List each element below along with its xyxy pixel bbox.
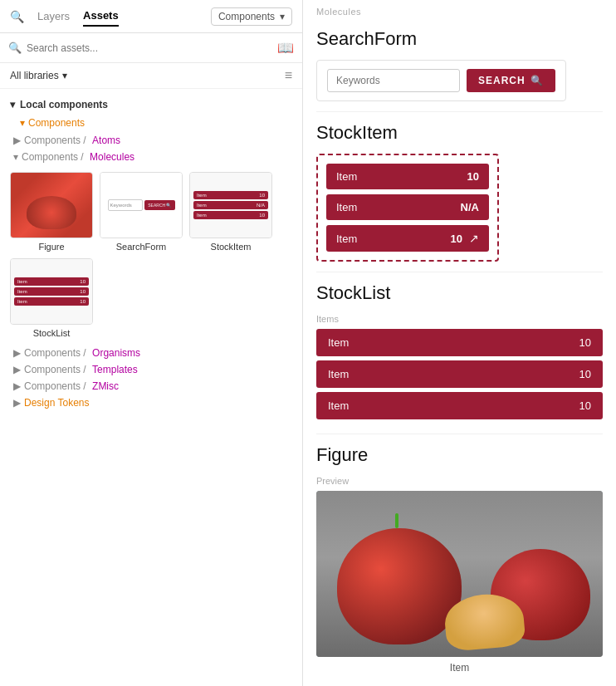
- sidebar-item-molecules[interactable]: ▾ Components / Molecules: [0, 149, 302, 165]
- sidebar-item-zmisc[interactable]: ▶ Components / ZMisc: [0, 378, 302, 394]
- sidebar-item-atoms[interactable]: ▶ Components / Atoms: [0, 132, 302, 149]
- stockitem-row1-label: Item: [336, 170, 357, 183]
- external-link-icon[interactable]: ↗: [469, 232, 479, 245]
- left-panel: 🔍 Layers Assets Components ▾ 🔍 📖 All lib…: [0, 0, 303, 686]
- collapse-icon: ▾: [10, 99, 15, 110]
- thumb-label-stockitem: StockItem: [211, 242, 252, 252]
- stockitem-row-3: Item 10 ↗: [326, 225, 489, 252]
- thumb-label-figure: Figure: [38, 242, 64, 252]
- library-row: All libraries ▾ ≡: [0, 63, 302, 89]
- chevron-down-icon: ▾: [280, 11, 285, 22]
- molecules-breadcrumb: Molecules: [303, 0, 616, 18]
- collapse-icon: ▾: [13, 151, 18, 163]
- searchform-section: SearchForm SEARCH 🔍: [303, 18, 616, 111]
- expand-icon: ▶: [13, 347, 21, 359]
- figure-image: [316, 491, 603, 657]
- searchform-input[interactable]: [327, 69, 460, 92]
- searchform-preview: SEARCH 🔍: [316, 60, 566, 101]
- thumb-sf-btn: SEARCH 🔍: [144, 200, 174, 210]
- stockitem-section: StockItem Item 10 Item N/A Item 10 ↗: [303, 112, 616, 272]
- sl-row3-label: Item: [328, 399, 349, 412]
- stocklist-row-2: Item 10: [316, 360, 603, 388]
- searchform-title: SearchForm: [316, 28, 603, 50]
- search-bar: 🔍 📖: [0, 33, 302, 63]
- sl-row1-label: Item: [328, 336, 349, 349]
- top-bar: 🔍 Layers Assets Components ▾: [0, 0, 302, 33]
- stockitem-row1-value: 10: [467, 170, 479, 183]
- stockitem-row2-value: N/A: [461, 201, 479, 213]
- search-icon-small: 🔍: [8, 42, 22, 54]
- figure-caption: Item: [316, 662, 603, 674]
- stockitem-preview: Item 10 Item N/A Item 10 ↗: [316, 154, 499, 262]
- sl-row2-label: Item: [328, 368, 349, 380]
- expand-icon: ▶: [13, 397, 21, 409]
- stockitem-row2-label: Item: [336, 201, 357, 213]
- stocklist-section: StockList Items Item 10 Item 10 Item 10: [303, 272, 616, 434]
- collapse-icon: ▾: [20, 117, 25, 129]
- sl-row1-value: 10: [579, 336, 591, 349]
- stocklist-title: StockList: [316, 282, 603, 304]
- tab-assets[interactable]: Assets: [83, 6, 119, 27]
- figure-section: Figure Preview Item: [303, 434, 616, 684]
- search-input[interactable]: [27, 42, 272, 54]
- thumbnail-grid: Figure Keywords SEARCH 🔍 SearchForm: [0, 165, 302, 345]
- book-icon[interactable]: 📖: [277, 40, 294, 56]
- thumbnail-stocklist[interactable]: Item10 Item10 Item10 StockList: [10, 258, 93, 338]
- local-components-section[interactable]: ▾ Local components: [0, 92, 302, 114]
- preview-label: Preview: [316, 476, 603, 486]
- items-label: Items: [316, 314, 603, 324]
- stockitem-row-1: Item 10: [326, 164, 489, 189]
- component-tree: ▾ Local components ▾ Components ▶ Compon…: [0, 89, 302, 686]
- stockitem-row3-label: Item: [336, 233, 357, 245]
- thumbnail-searchform[interactable]: Keywords SEARCH 🔍 SearchForm: [100, 172, 183, 252]
- sidebar-item-design-tokens[interactable]: ▶ Design Tokens: [0, 394, 302, 411]
- stockitem-title: StockItem: [316, 122, 603, 144]
- search-icon: 🔍: [10, 10, 24, 23]
- all-libraries-button[interactable]: All libraries ▾: [10, 70, 67, 81]
- search-btn-icon: 🔍: [530, 75, 544, 86]
- sl-row2-value: 10: [579, 368, 591, 380]
- stocklist-preview: Items Item 10 Item 10 Item 10: [316, 314, 603, 419]
- components-filter[interactable]: Components ▾: [211, 7, 292, 26]
- stockitem-row3-value: 10: [451, 233, 462, 245]
- stocklist-row-1: Item 10: [316, 329, 603, 356]
- thumb-label-searchform: SearchForm: [116, 242, 167, 252]
- sidebar-item-organisms[interactable]: ▶ Components / Organisms: [0, 345, 302, 361]
- expand-icon: ▶: [13, 135, 21, 146]
- expand-icon: ▶: [13, 364, 21, 375]
- search-button[interactable]: SEARCH 🔍: [467, 69, 555, 92]
- list-view-icon[interactable]: ≡: [285, 68, 292, 83]
- thumbnail-figure[interactable]: Figure: [10, 172, 93, 252]
- thumbnail-stockitem[interactable]: Item10 ItemN/A Item10 StockItem: [189, 172, 272, 252]
- sidebar-item-templates[interactable]: ▶ Components / Templates: [0, 361, 302, 378]
- thumb-sf-input: Keywords: [108, 199, 144, 211]
- thumb-label-stocklist: StockList: [33, 328, 71, 338]
- stockitem-row-2: Item N/A: [326, 194, 489, 220]
- figure-title: Figure: [316, 444, 603, 466]
- chevron-down-icon: ▾: [62, 70, 67, 81]
- expand-icon: ▶: [13, 380, 21, 392]
- tab-layers[interactable]: Layers: [37, 7, 70, 26]
- sl-row3-value: 10: [579, 399, 591, 412]
- components-group[interactable]: ▾ Components: [0, 114, 302, 132]
- right-panel: Molecules SearchForm SEARCH 🔍 StockItem …: [303, 0, 616, 686]
- stocklist-row-3: Item 10: [316, 392, 603, 419]
